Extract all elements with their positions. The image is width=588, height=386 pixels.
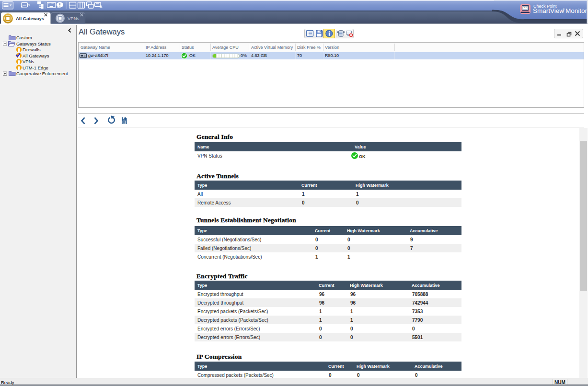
svg-text:All Gateways: All Gateways <box>16 16 44 21</box>
svg-text:VPNs: VPNs <box>68 16 80 21</box>
svg-text:Monitor: Monitor <box>565 7 588 14</box>
svg-text:SmartView: SmartView <box>533 7 564 14</box>
svg-text:®: ® <box>563 8 565 11</box>
